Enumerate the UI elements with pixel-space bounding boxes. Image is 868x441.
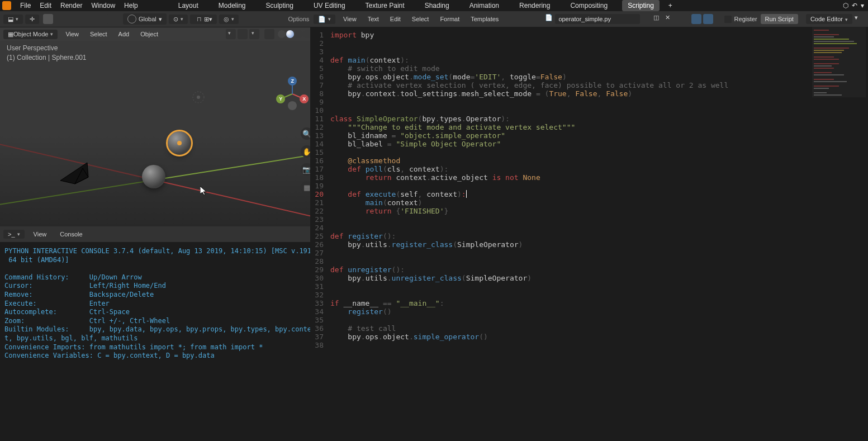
- tab-uv-editing[interactable]: UV Editing: [308, 0, 351, 11]
- nav-gizmo[interactable]: Z Y X: [277, 79, 307, 109]
- camera-object[interactable]: [55, 157, 94, 187]
- editor-mode-dropdown[interactable]: Code Editor: [806, 14, 852, 24]
- text-editor-area: 📄 View Text Edit Select Format Templates…: [310, 11, 868, 441]
- pivot-dropdown[interactable]: ⊙: [169, 15, 188, 24]
- select-mode-2-icon[interactable]: [72, 14, 82, 24]
- unlink-icon[interactable]: ✕: [665, 14, 675, 24]
- datablock-shield-icon[interactable]: [642, 14, 652, 24]
- editor-extra-icon[interactable]: ▾: [855, 14, 865, 24]
- overlays-dropdown[interactable]: [249, 29, 259, 39]
- viewport-icon: ⬓: [8, 16, 13, 23]
- run-script-button[interactable]: Run Script: [761, 14, 798, 24]
- svg-point-4: [197, 96, 200, 99]
- editor-header: 📄 View Text Edit Select Format Templates…: [310, 11, 868, 27]
- transform-orientation-dropdown[interactable]: Global ▾: [123, 13, 167, 25]
- ed-menu-text[interactable]: Text: [368, 16, 379, 22]
- visibility-dropdown[interactable]: [226, 29, 236, 39]
- scene-icon[interactable]: ⬡: [843, 2, 848, 10]
- code-body[interactable]: import bpy def main(context): # switch t…: [327, 27, 868, 441]
- viewport-header: ⬓ ✛ Global ▾ ⊙ ⊓ ⊞▾: [0, 11, 320, 27]
- menu-edit[interactable]: Edit: [40, 2, 51, 10]
- select-box-icon[interactable]: [43, 14, 53, 24]
- select-mode-5-icon[interactable]: [107, 14, 117, 24]
- register-label: Register: [734, 16, 757, 22]
- tab-sculpting[interactable]: Sculpting: [260, 0, 299, 11]
- minimap[interactable]: [812, 27, 866, 97]
- gizmo-toggle-icon[interactable]: [238, 29, 248, 39]
- new-text-icon[interactable]: ◫: [653, 14, 663, 24]
- console-output: PYTHON INTERACTIVE CONSOLE 3.7.4 (defaul…: [0, 243, 320, 365]
- viewport-floor: [0, 41, 320, 227]
- xray-icon[interactable]: [264, 29, 274, 39]
- select-mode-1-icon[interactable]: [60, 14, 70, 24]
- text-editor-type-dropdown[interactable]: 📄: [314, 15, 335, 24]
- ed-menu-format[interactable]: Format: [440, 16, 459, 22]
- ed-menu-select[interactable]: Select: [412, 16, 429, 22]
- mode-label: Object Mode: [13, 31, 48, 37]
- proportional-edit-dropdown[interactable]: ◎: [219, 15, 239, 24]
- globe-icon: [127, 15, 136, 23]
- shading-lookdev-icon[interactable]: [295, 30, 302, 38]
- collection-label: (1) Collection | Sphere.001: [7, 54, 87, 61]
- console-editor-type-dropdown[interactable]: >_: [3, 230, 25, 239]
- snap-toggle[interactable]: ⊓ ⊞▾: [190, 15, 217, 24]
- browse-datablock-icon[interactable]: 📄: [545, 14, 555, 24]
- tab-modeling[interactable]: Modeling: [213, 0, 252, 11]
- select-mode-3-icon[interactable]: [84, 14, 94, 24]
- console-area: >_ View Console PYTHON INTERACTIVE CONSO…: [0, 226, 320, 441]
- word-wrap-icon[interactable]: [691, 14, 701, 24]
- magnet-icon: ⊓: [197, 16, 202, 23]
- tab-shading[interactable]: Shading: [419, 0, 455, 11]
- viewport-canvas[interactable]: User Perspective (1) Collection | Sphere…: [0, 41, 320, 227]
- orientation-label: Global: [139, 16, 156, 22]
- tab-rendering[interactable]: Rendering: [514, 0, 556, 11]
- ed-menu-view[interactable]: View: [343, 16, 357, 22]
- tab-animation[interactable]: Animation: [464, 0, 505, 11]
- viewport-subheader: ▦ Object Mode View Select Add Object: [0, 27, 320, 41]
- vp-menu-view[interactable]: View: [65, 31, 79, 37]
- vp-menu-select[interactable]: Select: [90, 31, 107, 37]
- add-workspace-icon[interactable]: +: [668, 2, 672, 10]
- menu-help[interactable]: Help: [124, 2, 138, 10]
- back-icon[interactable]: ↶: [852, 2, 857, 10]
- menu-window[interactable]: Window: [91, 2, 115, 10]
- ed-menu-templates[interactable]: Templates: [471, 16, 499, 22]
- line-gutter: 1234567891011121314151617181920212223242…: [310, 27, 327, 441]
- sphere-001-object[interactable]: [168, 131, 191, 155]
- sphere-object[interactable]: [142, 165, 165, 188]
- tab-texture-paint[interactable]: Texture Paint: [360, 0, 410, 11]
- light-object[interactable]: [190, 89, 207, 107]
- console-menu-console[interactable]: Console: [60, 231, 82, 238]
- viewport-area: ⬓ ✛ Global ▾ ⊙ ⊓ ⊞▾: [0, 11, 320, 226]
- tab-layout[interactable]: Layout: [173, 0, 204, 11]
- menu-render[interactable]: Render: [60, 2, 82, 10]
- select-mode-4-icon[interactable]: [96, 14, 106, 24]
- chevron-down-icon[interactable]: ▾: [861, 2, 864, 10]
- blender-icon: [2, 1, 11, 10]
- vp-menu-object[interactable]: Object: [140, 31, 158, 37]
- register-checkbox[interactable]: [724, 16, 732, 23]
- console-body[interactable]: PYTHON INTERACTIVE CONSOLE 3.7.4 (defaul…: [0, 243, 320, 441]
- shading-modes: [278, 30, 311, 38]
- console-menu-view[interactable]: View: [34, 231, 47, 238]
- code-editor[interactable]: 1234567891011121314151617181920212223242…: [310, 27, 868, 441]
- vp-menu-add[interactable]: Add: [118, 31, 130, 37]
- tab-compositing[interactable]: Compositing: [565, 0, 613, 11]
- viewport-text-overlay: User Perspective (1) Collection | Sphere…: [7, 44, 87, 63]
- cursor-tool-icon[interactable]: ✛: [25, 15, 39, 24]
- syntax-highlight-icon[interactable]: [703, 14, 713, 24]
- shading-wireframe-icon[interactable]: [278, 30, 286, 38]
- shading-solid-icon[interactable]: [286, 30, 294, 38]
- top-right-icons: ⬡ ↶ ▾: [841, 2, 866, 10]
- tab-scripting[interactable]: Scripting: [622, 0, 660, 11]
- mouse-cursor-icon: [200, 186, 207, 197]
- menu-file[interactable]: File: [20, 2, 31, 10]
- line-numbers-icon[interactable]: [680, 14, 690, 24]
- console-icon: >_: [8, 231, 15, 238]
- editor-type-dropdown[interactable]: ⬓: [3, 15, 23, 24]
- filename-input[interactable]: [555, 14, 640, 24]
- ed-menu-edit[interactable]: Edit: [390, 16, 401, 22]
- mode-dropdown[interactable]: ▦ Object Mode: [3, 30, 58, 39]
- top-menu-bar: File Edit Render Window Help Layout Mode…: [0, 0, 868, 11]
- svg-marker-10: [200, 186, 206, 195]
